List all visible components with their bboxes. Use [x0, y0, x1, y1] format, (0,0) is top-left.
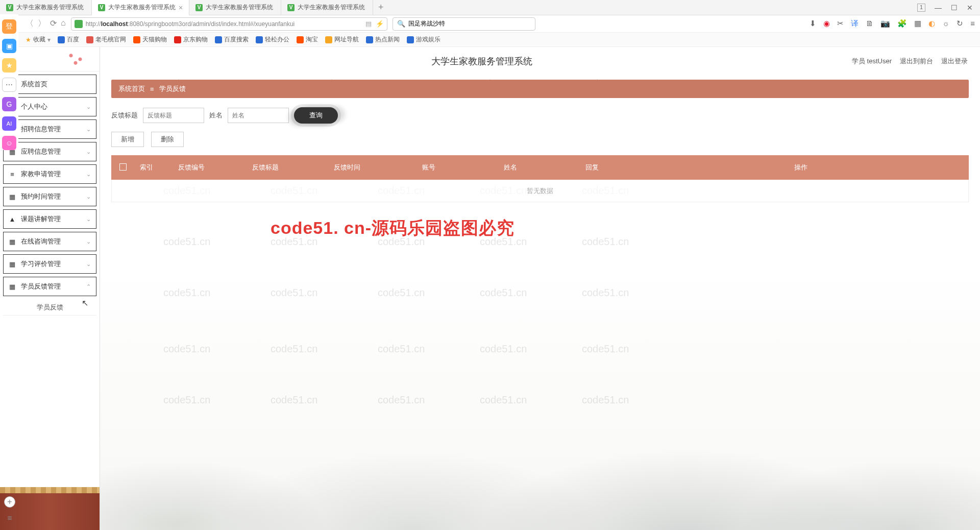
scissors-icon[interactable]: ✂ [837, 19, 844, 29]
th-reply[interactable]: 回复 [551, 163, 633, 172]
sun-icon[interactable]: ☼ [942, 19, 949, 29]
sidebar-item-topic[interactable]: ▲课题讲解管理⌄ [3, 209, 96, 229]
bookmark-item[interactable]: 百度 [58, 35, 79, 44]
apps-icon[interactable]: ▦ [914, 19, 921, 29]
bookmark-item[interactable]: 老毛桃官网 [86, 35, 126, 44]
dock-icon[interactable]: ☺ [2, 136, 16, 150]
filter-input-name[interactable] [228, 108, 289, 123]
new-tab-button[interactable]: + [373, 2, 388, 13]
bookmark-item[interactable]: 京东购物 [174, 35, 208, 44]
bookmark-item[interactable]: 百度搜索 [215, 35, 249, 44]
search-icon: 🔍 [397, 20, 405, 28]
nav-back-icon[interactable]: 〈 [26, 18, 34, 29]
dock-icon[interactable]: ▣ [2, 39, 16, 53]
filter-input-title[interactable] [143, 108, 204, 123]
download-icon[interactable]: ⬇ [810, 19, 816, 29]
bookmark-item[interactable]: 游戏娱乐 [407, 35, 440, 44]
side-menu-button[interactable]: ≡ [4, 513, 15, 524]
th-action[interactable]: 操作 [633, 163, 969, 172]
breadcrumb: 系统首页 ≡ 学员反馈 [111, 80, 969, 98]
url-input[interactable]: http://localhost:8080/springbootm3ord/ad… [71, 17, 387, 31]
th-index[interactable]: 索引 [135, 163, 158, 172]
bookmark-item[interactable]: 热点新闻 [366, 35, 400, 44]
chevron-down-icon: ⌄ [86, 171, 91, 178]
bookmark-bar: ★收藏▾ 百度 老毛桃官网 天猫购物 京东购物 百度搜索 轻松办公 淘宝 网址导… [0, 33, 980, 47]
browser-search[interactable]: 🔍 [393, 17, 535, 31]
side-add-button[interactable]: + [4, 496, 15, 508]
chevron-down-icon: ⌄ [86, 126, 91, 133]
translate-icon[interactable]: 译 [851, 19, 859, 29]
site-icon [297, 36, 304, 43]
sidebar-item-tutor[interactable]: ≡家教申请管理⌄ [3, 164, 96, 184]
sidebar-item-schedule[interactable]: ▦预约时间管理⌄ [3, 187, 96, 206]
browser-tab[interactable]: V大学生家教服务管理系统 [281, 0, 373, 15]
checkbox-all[interactable] [119, 163, 127, 171]
sidebar-subitem-feedback[interactable]: 学员反馈 [3, 299, 96, 316]
th-code[interactable]: 反馈编号 [158, 163, 225, 172]
dock-icon[interactable]: AI [2, 116, 16, 131]
sidebar-item-review[interactable]: ▦学习评价管理⌄ [3, 254, 96, 274]
site-icon [366, 36, 373, 43]
chevron-up-icon: ⌃ [86, 283, 91, 290]
nav-forward-icon[interactable]: 〉 [38, 18, 46, 29]
browser-tab[interactable]: V大学生家教服务管理系统 [0, 0, 92, 15]
tab-favicon: V [195, 4, 203, 11]
weibo-icon[interactable]: ◉ [823, 19, 830, 29]
site-icon [86, 36, 93, 43]
th-time[interactable]: 反馈时间 [306, 163, 388, 172]
nav-home-icon[interactable]: ⌂ [61, 18, 66, 29]
dock-icon[interactable]: G [2, 97, 16, 111]
window-close-icon[interactable]: ✕ [967, 4, 973, 12]
window-max-icon[interactable]: ☐ [951, 4, 958, 12]
grid-icon: ▦ [9, 193, 16, 201]
dock-icon[interactable]: ⋯ [2, 78, 16, 92]
breadcrumb-current: 学员反馈 [159, 84, 186, 93]
person-icon: ▲ [9, 215, 16, 223]
bolt-icon[interactable]: ⚡ [376, 20, 384, 28]
link-frontend[interactable]: 退出到前台 [900, 57, 933, 66]
search-input[interactable] [408, 20, 531, 28]
delete-button[interactable]: 删除 [151, 132, 184, 147]
menu-icon[interactable]: ≡ [970, 19, 975, 29]
th-title[interactable]: 反馈标题 [225, 163, 306, 172]
sidebar-item-consult[interactable]: ▦在线咨询管理⌄ [3, 232, 96, 251]
bookmark-item[interactable]: 轻松办公 [256, 35, 289, 44]
dock-icon[interactable]: ★ [2, 58, 16, 73]
camera-icon[interactable]: 📷 [880, 19, 890, 29]
main-panel: 大学生家教服务管理系统 学员 testUser 退出到前台 退出登录 系统首页 … [100, 47, 980, 530]
add-button[interactable]: 新增 [111, 132, 144, 147]
shield-icon [75, 20, 83, 28]
puzzle-icon[interactable]: 🧩 [897, 19, 907, 29]
close-icon[interactable]: × [179, 4, 183, 12]
query-button[interactable]: 查询 [294, 107, 338, 124]
chevron-down-icon: ⌄ [86, 149, 91, 155]
breadcrumb-home[interactable]: 系统首页 [118, 84, 145, 93]
qr-icon[interactable]: ▤ [365, 20, 372, 28]
bookmark-item[interactable]: 网址导航 [325, 35, 359, 44]
page-title: 大学生家教服务管理系统 [112, 55, 852, 67]
th-name[interactable]: 姓名 [470, 163, 551, 172]
grid-icon: ▦ [9, 260, 16, 268]
bookmark-item[interactable]: ★收藏▾ [26, 35, 51, 44]
link-logout[interactable]: 退出登录 [941, 57, 968, 66]
palette-icon[interactable]: ◐ [928, 19, 935, 29]
history-icon[interactable]: ↻ [957, 19, 963, 29]
url-text: http://localhost:8080/springbootm3ord/ad… [86, 20, 365, 28]
app-header: 大学生家教服务管理系统 学员 testUser 退出到前台 退出登录 [100, 47, 980, 76]
window-min-icon[interactable]: — [935, 4, 942, 12]
bookmark-item[interactable]: 淘宝 [297, 35, 318, 44]
dock-icon[interactable]: 登 [2, 19, 16, 34]
browser-tab[interactable]: V大学生家教服务管理系统 [189, 0, 281, 15]
browser-tab[interactable]: V大学生家教服务管理系统× [92, 0, 189, 15]
site-icon [325, 36, 332, 43]
chevron-down-icon: ⌄ [86, 104, 91, 110]
sidebar-item-feedback[interactable]: ▦学员反馈管理⌃ [3, 277, 96, 296]
note-icon[interactable]: 🗎 [866, 19, 873, 29]
site-icon [133, 36, 140, 43]
filter-bar: 反馈标题 姓名 查询 [111, 107, 969, 124]
bookmark-item[interactable]: 天猫购物 [133, 35, 167, 44]
nav-reload-icon[interactable]: ⟳ [50, 18, 57, 29]
tab-favicon: V [6, 4, 13, 11]
th-account[interactable]: 账号 [388, 163, 470, 172]
chevron-down-icon: ▾ [47, 36, 51, 43]
